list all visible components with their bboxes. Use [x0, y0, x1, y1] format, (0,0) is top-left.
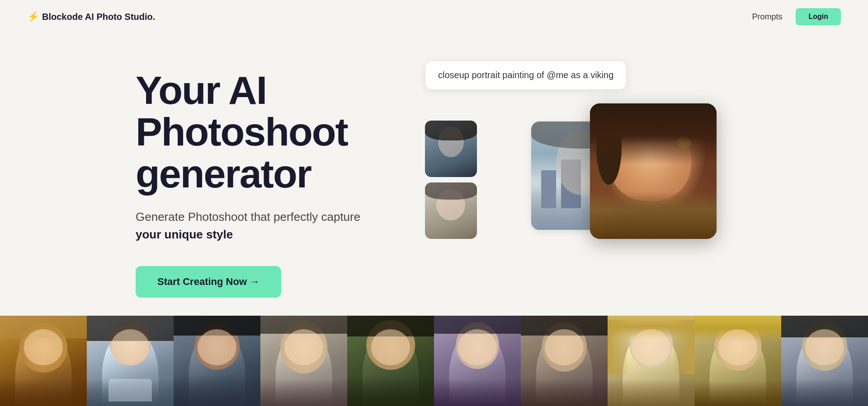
- gallery-image-9: [694, 316, 781, 406]
- header: ⚡ Blockode AI Photo Studio. Prompts Logi…: [0, 0, 868, 33]
- nav-prompts-link[interactable]: Prompts: [752, 12, 782, 22]
- gallery-item: [0, 316, 87, 406]
- gallery-item: [781, 316, 868, 406]
- gallery-image-3: [174, 316, 260, 406]
- hero-subtitle: Generate Photoshoot that perfectly captu…: [136, 208, 389, 243]
- demo-photo-group: [425, 103, 778, 239]
- hero-section: Your AI Photoshoot generator Generate Ph…: [0, 33, 868, 316]
- hero-subtitle-bold: your unique style: [136, 228, 233, 241]
- login-button[interactable]: Login: [796, 8, 841, 25]
- gallery-item: [87, 316, 174, 406]
- gallery-image-6: [434, 316, 521, 406]
- gallery-item: [608, 316, 694, 406]
- reference-photo-2: [425, 182, 477, 239]
- gallery-image-2: [87, 316, 174, 406]
- gallery-item: [434, 316, 521, 406]
- logo: ⚡ Blockode AI Photo Studio.: [27, 11, 155, 23]
- prompt-bubble: closeup portrait painting of @me as a vi…: [425, 61, 627, 90]
- gallery-item: [521, 316, 608, 406]
- hero-title-line2: Photoshoot: [136, 109, 348, 154]
- hero-subtitle-normal: Generate Photoshoot that perfectly captu…: [136, 210, 360, 224]
- gallery-item: [260, 316, 347, 406]
- gallery-strip: [0, 316, 868, 406]
- reference-photo-1: [425, 121, 477, 177]
- hero-title: Your AI Photoshoot generator: [136, 70, 389, 195]
- gallery-image-8: [608, 316, 694, 406]
- main-result-photo: [590, 103, 717, 239]
- hero-left: Your AI Photoshoot generator Generate Ph…: [136, 61, 389, 298]
- gallery-item: [694, 316, 781, 406]
- cta-button[interactable]: Start Creating Now →: [136, 266, 281, 298]
- gallery-image-7: [521, 316, 608, 406]
- gallery-image-10: [781, 316, 868, 406]
- gallery-image-4: [260, 316, 347, 406]
- gallery-item: [174, 316, 260, 406]
- gallery-image-5: [347, 316, 434, 406]
- logo-text: Blockode AI Photo Studio.: [42, 12, 155, 22]
- hero-right: closeup portrait painting of @me as a vi…: [425, 61, 778, 277]
- hero-title-line3: generator: [136, 151, 311, 196]
- prompt-text: closeup portrait painting of @me as a vi…: [438, 70, 613, 80]
- gallery-image-1: [0, 316, 87, 406]
- logo-icon: ⚡: [27, 11, 39, 23]
- nav: Prompts Login: [752, 8, 841, 25]
- gallery-item: [347, 316, 434, 406]
- reference-photos: [425, 121, 477, 239]
- hero-title-line1: Your AI: [136, 68, 266, 112]
